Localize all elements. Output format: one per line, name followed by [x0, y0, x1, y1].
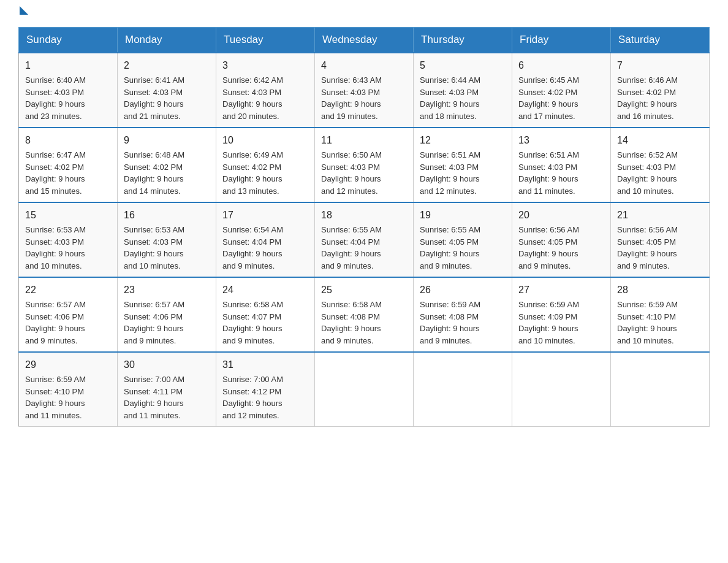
- calendar-cell: 28Sunrise: 6:59 AMSunset: 4:10 PMDayligh…: [611, 277, 710, 352]
- day-info: Sunrise: 6:54 AMSunset: 4:04 PMDaylight:…: [222, 224, 308, 272]
- calendar-cell: [611, 352, 710, 427]
- day-info: Sunrise: 6:59 AMSunset: 4:10 PMDaylight:…: [25, 373, 111, 421]
- day-number: 7: [617, 58, 703, 73]
- weekday-header-friday: Friday: [512, 28, 611, 53]
- day-info: Sunrise: 6:57 AMSunset: 4:06 PMDaylight:…: [124, 299, 210, 347]
- weekday-header-thursday: Thursday: [414, 28, 512, 53]
- day-number: 19: [420, 208, 506, 223]
- calendar-table: SundayMondayTuesdayWednesdayThursdayFrid…: [18, 27, 710, 427]
- calendar-cell: 30Sunrise: 7:00 AMSunset: 4:11 PMDayligh…: [118, 352, 216, 427]
- day-info: Sunrise: 6:51 AMSunset: 4:03 PMDaylight:…: [420, 149, 506, 197]
- day-number: 27: [518, 283, 604, 297]
- day-number: 13: [518, 133, 604, 148]
- calendar-cell: 18Sunrise: 6:55 AMSunset: 4:04 PMDayligh…: [315, 202, 414, 277]
- day-number: 11: [321, 133, 407, 148]
- calendar-cell: 9Sunrise: 6:48 AMSunset: 4:02 PMDaylight…: [118, 128, 216, 202]
- day-number: 6: [518, 58, 604, 73]
- day-info: Sunrise: 6:40 AMSunset: 4:03 PMDaylight:…: [25, 74, 111, 122]
- calendar-cell: 8Sunrise: 6:47 AMSunset: 4:02 PMDaylight…: [19, 128, 118, 202]
- calendar-cell: 26Sunrise: 6:59 AMSunset: 4:08 PMDayligh…: [414, 277, 512, 352]
- day-number: 25: [321, 283, 407, 297]
- day-info: Sunrise: 6:50 AMSunset: 4:03 PMDaylight:…: [321, 149, 407, 197]
- day-number: 30: [124, 358, 210, 372]
- calendar-cell: 11Sunrise: 6:50 AMSunset: 4:03 PMDayligh…: [315, 128, 414, 202]
- day-number: 29: [25, 358, 111, 372]
- weekday-header-monday: Monday: [118, 28, 216, 53]
- logo-triangle-icon: [20, 6, 28, 15]
- calendar-cell: 10Sunrise: 6:49 AMSunset: 4:02 PMDayligh…: [216, 128, 315, 202]
- logo: [18, 12, 28, 15]
- day-info: Sunrise: 6:55 AMSunset: 4:04 PMDaylight:…: [321, 224, 407, 272]
- day-number: 2: [124, 58, 210, 73]
- calendar-cell: 7Sunrise: 6:46 AMSunset: 4:02 PMDaylight…: [611, 53, 710, 128]
- calendar-cell: [512, 352, 611, 427]
- calendar-cell: [414, 352, 512, 427]
- weekday-header-wednesday: Wednesday: [315, 28, 414, 53]
- day-info: Sunrise: 6:51 AMSunset: 4:03 PMDaylight:…: [518, 149, 604, 197]
- day-info: Sunrise: 6:56 AMSunset: 4:05 PMDaylight:…: [518, 224, 604, 272]
- day-info: Sunrise: 6:43 AMSunset: 4:03 PMDaylight:…: [321, 74, 407, 122]
- day-number: 16: [124, 208, 210, 223]
- header-row: SundayMondayTuesdayWednesdayThursdayFrid…: [19, 28, 710, 53]
- calendar-cell: 29Sunrise: 6:59 AMSunset: 4:10 PMDayligh…: [19, 352, 118, 427]
- day-number: 10: [222, 133, 308, 148]
- day-info: Sunrise: 6:58 AMSunset: 4:08 PMDaylight:…: [321, 299, 407, 347]
- day-number: 23: [124, 283, 210, 297]
- page-header: [18, 12, 710, 15]
- day-info: Sunrise: 6:53 AMSunset: 4:03 PMDaylight:…: [124, 224, 210, 272]
- calendar-cell: 13Sunrise: 6:51 AMSunset: 4:03 PMDayligh…: [512, 128, 611, 202]
- day-info: Sunrise: 6:46 AMSunset: 4:02 PMDaylight:…: [617, 74, 703, 122]
- calendar-cell: 15Sunrise: 6:53 AMSunset: 4:03 PMDayligh…: [19, 202, 118, 277]
- day-info: Sunrise: 7:00 AMSunset: 4:11 PMDaylight:…: [124, 373, 210, 421]
- calendar-cell: 2Sunrise: 6:41 AMSunset: 4:03 PMDaylight…: [118, 53, 216, 128]
- calendar-cell: 23Sunrise: 6:57 AMSunset: 4:06 PMDayligh…: [118, 277, 216, 352]
- day-number: 3: [222, 58, 308, 73]
- calendar-cell: 25Sunrise: 6:58 AMSunset: 4:08 PMDayligh…: [315, 277, 414, 352]
- day-info: Sunrise: 6:49 AMSunset: 4:02 PMDaylight:…: [222, 149, 308, 197]
- calendar-cell: 21Sunrise: 6:56 AMSunset: 4:05 PMDayligh…: [611, 202, 710, 277]
- calendar-cell: 17Sunrise: 6:54 AMSunset: 4:04 PMDayligh…: [216, 202, 315, 277]
- calendar-cell: 6Sunrise: 6:45 AMSunset: 4:02 PMDaylight…: [512, 53, 611, 128]
- day-info: Sunrise: 6:59 AMSunset: 4:09 PMDaylight:…: [518, 299, 604, 347]
- day-number: 31: [222, 358, 308, 372]
- day-number: 22: [25, 283, 111, 297]
- calendar-cell: [315, 352, 414, 427]
- calendar-cell: 1Sunrise: 6:40 AMSunset: 4:03 PMDaylight…: [19, 53, 118, 128]
- day-number: 14: [617, 133, 703, 148]
- calendar-cell: 22Sunrise: 6:57 AMSunset: 4:06 PMDayligh…: [19, 277, 118, 352]
- week-row-4: 22Sunrise: 6:57 AMSunset: 4:06 PMDayligh…: [19, 277, 710, 352]
- day-number: 17: [222, 208, 308, 223]
- day-info: Sunrise: 6:42 AMSunset: 4:03 PMDaylight:…: [222, 74, 308, 122]
- day-info: Sunrise: 6:45 AMSunset: 4:02 PMDaylight:…: [518, 74, 604, 122]
- day-number: 20: [518, 208, 604, 223]
- calendar-cell: 27Sunrise: 6:59 AMSunset: 4:09 PMDayligh…: [512, 277, 611, 352]
- calendar-cell: 24Sunrise: 6:58 AMSunset: 4:07 PMDayligh…: [216, 277, 315, 352]
- calendar-cell: 4Sunrise: 6:43 AMSunset: 4:03 PMDaylight…: [315, 53, 414, 128]
- day-info: Sunrise: 6:48 AMSunset: 4:02 PMDaylight:…: [124, 149, 210, 197]
- day-number: 15: [25, 208, 111, 223]
- day-number: 9: [124, 133, 210, 148]
- calendar-cell: 31Sunrise: 7:00 AMSunset: 4:12 PMDayligh…: [216, 352, 315, 427]
- day-number: 26: [420, 283, 506, 297]
- weekday-header-saturday: Saturday: [611, 28, 710, 53]
- day-info: Sunrise: 6:55 AMSunset: 4:05 PMDaylight:…: [420, 224, 506, 272]
- day-number: 8: [25, 133, 111, 148]
- day-info: Sunrise: 6:59 AMSunset: 4:10 PMDaylight:…: [617, 299, 703, 347]
- weekday-header-tuesday: Tuesday: [216, 28, 315, 53]
- day-info: Sunrise: 6:41 AMSunset: 4:03 PMDaylight:…: [124, 74, 210, 122]
- day-number: 21: [617, 208, 703, 223]
- weekday-header-sunday: Sunday: [19, 28, 118, 53]
- calendar-cell: 3Sunrise: 6:42 AMSunset: 4:03 PMDaylight…: [216, 53, 315, 128]
- day-number: 1: [25, 58, 111, 73]
- day-number: 4: [321, 58, 407, 73]
- day-number: 24: [222, 283, 308, 297]
- day-info: Sunrise: 6:59 AMSunset: 4:08 PMDaylight:…: [420, 299, 506, 347]
- day-info: Sunrise: 6:44 AMSunset: 4:03 PMDaylight:…: [420, 74, 506, 122]
- week-row-3: 15Sunrise: 6:53 AMSunset: 4:03 PMDayligh…: [19, 202, 710, 277]
- day-info: Sunrise: 6:53 AMSunset: 4:03 PMDaylight:…: [25, 224, 111, 272]
- calendar-cell: 20Sunrise: 6:56 AMSunset: 4:05 PMDayligh…: [512, 202, 611, 277]
- day-number: 5: [420, 58, 506, 73]
- calendar-cell: 14Sunrise: 6:52 AMSunset: 4:03 PMDayligh…: [611, 128, 710, 202]
- day-info: Sunrise: 6:56 AMSunset: 4:05 PMDaylight:…: [617, 224, 703, 272]
- day-number: 28: [617, 283, 703, 297]
